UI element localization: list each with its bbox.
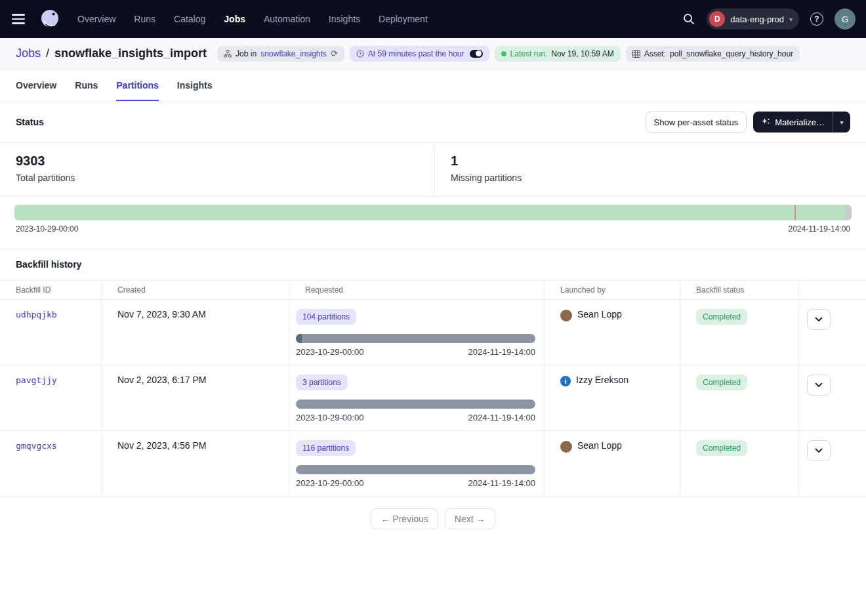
requested-cell: 104 partitions 2023-10-29-00:00 2024-11-… bbox=[289, 300, 545, 365]
dagster-logo-icon[interactable] bbox=[37, 6, 63, 32]
nav-item-catalog[interactable]: Catalog bbox=[174, 14, 205, 24]
asset-prefix: Asset: bbox=[644, 49, 666, 58]
latest-run-time[interactable]: Nov 19, 10:59 AM bbox=[551, 49, 613, 58]
backfill-range-labels: 2023-10-29-00:00 2024-11-19-14:00 bbox=[296, 413, 535, 422]
actions-cell bbox=[799, 431, 866, 496]
backfill-id-cell: udhpqjkb bbox=[0, 300, 102, 365]
backfill-range-labels: 2023-10-29-00:00 2024-11-19-14:00 bbox=[296, 478, 535, 488]
breadcrumb-bar: Jobs / snowflake_insights_import Job in … bbox=[0, 38, 866, 70]
job-location-badge: Job in snowflake_insights ⟳ bbox=[217, 46, 344, 62]
chevron-down-icon bbox=[815, 448, 823, 453]
col-created: Created bbox=[102, 281, 289, 299]
nav-item-jobs[interactable]: Jobs bbox=[224, 14, 245, 24]
show-per-asset-status-button[interactable]: Show per-asset status bbox=[646, 112, 747, 133]
backfill-id-link[interactable]: gmqvgcxs bbox=[16, 441, 57, 451]
schedule-toggle[interactable] bbox=[470, 50, 483, 58]
status-badge: Completed bbox=[696, 375, 747, 390]
range-end-label: 2024-11-19-14:00 bbox=[788, 224, 850, 234]
materialize-caret-button[interactable]: ▾ bbox=[833, 112, 850, 133]
status-badge: Completed bbox=[696, 309, 747, 325]
job-graph-icon bbox=[224, 50, 232, 58]
missing-partitions-value: 1 bbox=[451, 154, 522, 169]
nav-item-runs[interactable]: Runs bbox=[134, 14, 155, 24]
nav-item-insights[interactable]: Insights bbox=[329, 14, 360, 24]
range-end-label: 2024-11-19-14:00 bbox=[468, 347, 535, 357]
row-expand-button[interactable] bbox=[807, 309, 831, 330]
launched-by-cell: i Izzy Erekson bbox=[545, 365, 680, 430]
previous-page-button[interactable]: ← Previous bbox=[371, 508, 438, 529]
status-title: Status bbox=[16, 117, 44, 127]
backfill-id-cell: pavgtjjy bbox=[0, 365, 102, 430]
tab-insights[interactable]: Insights bbox=[177, 70, 213, 101]
search-icon[interactable] bbox=[678, 8, 700, 30]
created-cell: Nov 2, 2023, 4:56 PM bbox=[102, 431, 289, 496]
asset-name[interactable]: poll_snowflake_query_history_hour bbox=[670, 49, 793, 58]
tab-overview[interactable]: Overview bbox=[16, 70, 56, 101]
backfill-range-labels: 2023-10-29-00:00 2024-11-19-14:00 bbox=[296, 347, 535, 357]
avatar bbox=[560, 441, 572, 453]
partitions-count-badge[interactable]: 104 partitions bbox=[296, 309, 356, 325]
actions-cell bbox=[799, 365, 866, 430]
status-actions: Show per-asset status Materialize… ▾ bbox=[646, 112, 850, 133]
partition-range-labels: 2023-10-29-00:00 2024-11-19-14:00 bbox=[14, 220, 852, 240]
range-end-label: 2024-11-19-14:00 bbox=[468, 413, 535, 422]
page-title: snowflake_insights_import bbox=[54, 47, 207, 60]
materialize-label: Materialize… bbox=[775, 117, 825, 127]
job-location-link[interactable]: snowflake_insights bbox=[260, 49, 327, 58]
col-backfill-status: Backfill status bbox=[680, 281, 799, 299]
range-start-label: 2023-10-29-00:00 bbox=[296, 347, 363, 357]
created-cell: Nov 7, 2023, 9:30 AM bbox=[102, 300, 289, 365]
missing-partition-marker bbox=[794, 205, 796, 220]
table-row: gmqvgcxs Nov 2, 2023, 4:56 PM 116 partit… bbox=[0, 431, 866, 497]
missing-partitions-label: Missing partitions bbox=[451, 173, 522, 183]
table-row: pavgtjjy Nov 2, 2023, 6:17 PM 3 partitio… bbox=[0, 365, 866, 431]
tab-runs[interactable]: Runs bbox=[75, 70, 98, 101]
nav-item-overview[interactable]: Overview bbox=[77, 14, 115, 24]
backfill-progress-bar bbox=[296, 334, 535, 343]
partition-counts: 9303 Total partitions 1 Missing partitio… bbox=[0, 142, 866, 197]
backfill-progress-bar bbox=[296, 465, 535, 474]
user-avatar[interactable]: G bbox=[835, 9, 856, 30]
row-expand-button[interactable] bbox=[807, 375, 831, 396]
status-badge: Completed bbox=[696, 440, 747, 456]
clock-icon bbox=[356, 50, 364, 58]
top-navbar: Overview Runs Catalog Jobs Automation In… bbox=[0, 0, 866, 38]
asset-badge: Asset: poll_snowflake_query_history_hour bbox=[626, 46, 800, 62]
launched-by-cell: Sean Lopp bbox=[545, 300, 680, 365]
run-status-dot bbox=[501, 51, 506, 56]
table-row: udhpqjkb Nov 7, 2023, 9:30 AM 104 partit… bbox=[0, 300, 866, 365]
job-location-prefix: Job in bbox=[236, 49, 257, 58]
breadcrumb-separator: / bbox=[46, 47, 49, 60]
materialize-split-button: Materialize… ▾ bbox=[753, 112, 850, 133]
col-launched-by: Launched by bbox=[545, 281, 680, 299]
latest-run-badge: Latest run: Nov 19, 10:59 AM bbox=[495, 46, 621, 62]
menu-icon[interactable] bbox=[10, 10, 29, 28]
nav-item-automation[interactable]: Automation bbox=[264, 14, 310, 24]
deployment-switcher[interactable]: D data-eng-prod ▾ bbox=[707, 9, 799, 30]
status-cell: Completed bbox=[680, 365, 799, 430]
avatar: i bbox=[560, 376, 571, 386]
chevron-down-icon: ▾ bbox=[789, 16, 793, 23]
backfill-id-link[interactable]: udhpqjkb bbox=[16, 310, 57, 319]
partitions-count-badge[interactable]: 3 partitions bbox=[296, 375, 348, 390]
backfill-id-link[interactable]: pavgtjjy bbox=[16, 375, 57, 385]
tab-partitions[interactable]: Partitions bbox=[116, 70, 159, 101]
range-end-label: 2024-11-19-14:00 bbox=[468, 478, 535, 488]
partitions-count-badge[interactable]: 116 partitions bbox=[296, 440, 356, 456]
next-page-button[interactable]: Next → bbox=[445, 508, 495, 529]
breadcrumb-jobs-link[interactable]: Jobs bbox=[16, 47, 41, 60]
deployment-badge: D bbox=[709, 11, 725, 27]
reload-icon[interactable]: ⟳ bbox=[331, 49, 338, 58]
nav-item-deployment[interactable]: Deployment bbox=[379, 14, 428, 24]
row-expand-button[interactable] bbox=[807, 440, 831, 461]
materialize-button[interactable]: Materialize… bbox=[753, 112, 833, 133]
backfill-progress-bar bbox=[296, 400, 535, 409]
help-icon[interactable]: ? bbox=[806, 8, 828, 30]
requested-cell: 3 partitions 2023-10-29-00:00 2024-11-19… bbox=[289, 365, 545, 430]
launched-by-name: Sean Lopp bbox=[577, 440, 622, 451]
status-cell: Completed bbox=[680, 300, 799, 365]
partition-health-bar[interactable] bbox=[14, 205, 852, 220]
range-start-label: 2023-10-29-00:00 bbox=[16, 224, 78, 234]
created-cell: Nov 2, 2023, 6:17 PM bbox=[102, 365, 289, 430]
backfill-id-cell: gmqvgcxs bbox=[0, 431, 102, 496]
